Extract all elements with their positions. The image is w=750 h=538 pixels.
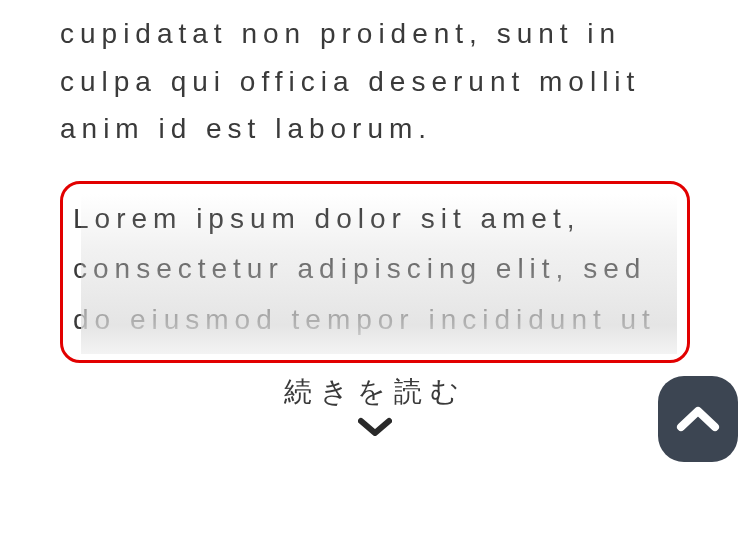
- chevron-up-icon: [676, 404, 720, 434]
- read-more-button[interactable]: 続きを読む: [60, 373, 690, 439]
- scroll-to-top-button[interactable]: [658, 376, 738, 462]
- chevron-down-icon: [358, 417, 392, 439]
- teaser-box: Lorem ipsum dolor sit amet, consectetur …: [60, 181, 690, 363]
- paragraph-top: cupidatat non proident, sunt in culpa qu…: [60, 10, 690, 153]
- teaser-paragraph: Lorem ipsum dolor sit amet, consectetur …: [73, 194, 667, 345]
- read-more-label: 続きを読む: [284, 376, 467, 407]
